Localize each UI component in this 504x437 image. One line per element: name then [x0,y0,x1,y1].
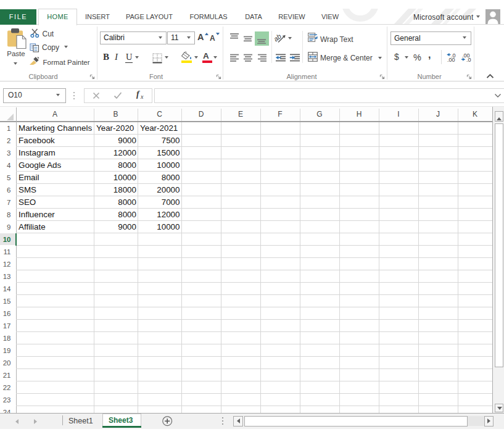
svg-text:.00: .00 [447,57,455,62]
svg-text:.0: .0 [466,57,471,62]
svg-text:ab: ab [274,32,283,43]
